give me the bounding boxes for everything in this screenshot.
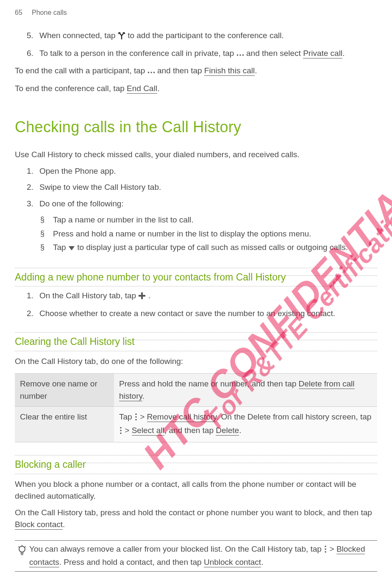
text: When connected, tap (39, 31, 118, 40)
text: and then select (246, 49, 303, 58)
text: . (142, 392, 145, 400)
text: Swipe to view the Call History tab. (39, 181, 377, 194)
bullet-marker: § (40, 228, 53, 240)
overflow-dots-icon (236, 49, 244, 61)
text: To talk to a person in the conference ca… (39, 49, 236, 58)
overflow-vertical-icon (134, 412, 138, 425)
text: . Press and hold a contact, and then tap (59, 558, 204, 567)
svg-rect-11 (135, 419, 136, 420)
text: On the Call History tab, press and hold … (15, 508, 372, 517)
bullet-1: § Tap a name or number in the list to ca… (40, 214, 377, 226)
svg-rect-0 (237, 54, 238, 56)
dropdown-triangle-icon (68, 243, 75, 255)
svg-rect-1 (239, 54, 241, 56)
block-contact-link: Block contact (15, 520, 63, 530)
row-content: Tap > Remove call history. On the Delete… (114, 407, 377, 442)
sub2-intro: On the Call History tab, do one of the f… (15, 355, 377, 368)
row-label: Remove one name or number (15, 374, 114, 407)
tip-text: You can always remove a caller from your… (29, 543, 377, 569)
subsection-clearing: Clearing the Call History list (15, 332, 377, 351)
subheading: Blocking a caller (15, 455, 86, 474)
sub3-p2: On the Call History tab, press and hold … (15, 507, 377, 531)
sub3-p1: When you block a phone number or a conta… (15, 478, 377, 503)
text: Open the Phone app. (39, 165, 377, 178)
step-number: 5. (27, 30, 39, 43)
table-row: Clear the entire list Tap > Remove call … (15, 407, 377, 442)
text: To end the call with a participant, tap (15, 66, 147, 75)
svg-rect-18 (325, 551, 326, 553)
text: Tap (119, 412, 134, 421)
overflow-dots-icon (147, 66, 155, 78)
subheading: Adding a new phone number to your contac… (15, 268, 286, 286)
subheading: Clearing the Call History list (15, 333, 134, 351)
svg-rect-4 (150, 72, 152, 73)
text: . (157, 84, 159, 93)
bullet-3: § Tap to display just a particular type … (40, 242, 377, 255)
tip-box: You can always remove a caller from your… (15, 540, 377, 572)
svg-rect-8 (139, 295, 145, 297)
step-number: 2. (27, 308, 39, 320)
text: , and then tap (164, 426, 216, 435)
step-number: 1. (27, 290, 39, 303)
select-all-link: Select all (132, 426, 164, 436)
step-5: 5. When connected, tap to add the partic… (27, 30, 377, 43)
text: to display just a particular type of cal… (77, 243, 348, 252)
svg-rect-17 (325, 548, 326, 550)
text: and then tap (157, 66, 204, 75)
sub1-step-2: 2. Choose whether to create a new contac… (27, 308, 377, 320)
text: . (342, 49, 345, 58)
svg-rect-16 (325, 546, 326, 547)
svg-rect-3 (148, 72, 149, 73)
clear-history-table: Remove one name or number Press and hold… (15, 373, 377, 442)
text: On the Call History tab, tap (39, 291, 138, 300)
table-row: Remove one name or number Press and hold… (15, 374, 377, 407)
text: Do one of the following: (39, 198, 377, 210)
step-number: 1. (27, 165, 39, 178)
text: . On the Delete from call history screen… (217, 412, 371, 421)
text: Choose whether to create a new contact o… (39, 308, 377, 320)
text: > (138, 412, 147, 421)
remove-call-history-link: Remove call history (147, 412, 217, 422)
text: To end the conference call, tap (15, 84, 127, 93)
svg-rect-10 (135, 417, 136, 418)
bullet-marker: § (40, 242, 53, 255)
text: Tap a name or number in the list to call… (53, 214, 377, 226)
step-number: 6. (27, 47, 39, 61)
bullet-2: § Press and hold a name or number in the… (40, 228, 377, 240)
row-label: Clear the entire list (15, 407, 114, 442)
section-title: Phone calls (32, 9, 67, 16)
text: . (63, 520, 65, 529)
text: You can always remove a caller from your… (29, 544, 324, 553)
plus-icon (138, 291, 146, 303)
text: Press and hold the name or number, and t… (119, 379, 299, 388)
svg-rect-2 (242, 54, 244, 56)
intro-text: Use Call History to check missed calls, … (15, 149, 377, 161)
svg-rect-14 (120, 433, 122, 434)
text: . (255, 66, 257, 75)
end-conference-para: To end the conference call, tap End Call… (15, 83, 377, 95)
heading-call-history: Checking calls in the Call History (15, 116, 377, 139)
text: Press and hold a name or number in the l… (53, 228, 377, 240)
text: > (327, 544, 336, 553)
step-number: 3. (27, 198, 39, 210)
bullet-marker: § (40, 214, 53, 226)
svg-rect-5 (153, 72, 155, 73)
sub1-step-1: 1. On the Call History tab, tap . (27, 290, 377, 303)
lightbulb-icon (15, 543, 29, 561)
page-header: 65 Phone calls (15, 8, 377, 18)
step-6: 6. To talk to a person in the conference… (27, 47, 377, 61)
text: . (239, 426, 241, 435)
end-call-link: End Call (127, 84, 157, 94)
private-call-link: Private call (303, 49, 342, 58)
delete-link: Delete (216, 426, 239, 436)
step-2: 2. Swipe to view the Call History tab. (27, 181, 377, 194)
svg-marker-6 (69, 246, 75, 250)
step-3: 3. Do one of the following: (27, 198, 377, 210)
unblock-contact-link: Unblock contact (204, 558, 261, 567)
svg-rect-13 (120, 430, 122, 431)
text: Tap (53, 243, 68, 252)
subsection-add-contact: Adding a new phone number to your contac… (15, 268, 377, 287)
step-1: 1. Open the Phone app. (27, 165, 377, 178)
text: . (148, 291, 150, 300)
subsection-blocking: Blocking a caller (15, 455, 377, 474)
